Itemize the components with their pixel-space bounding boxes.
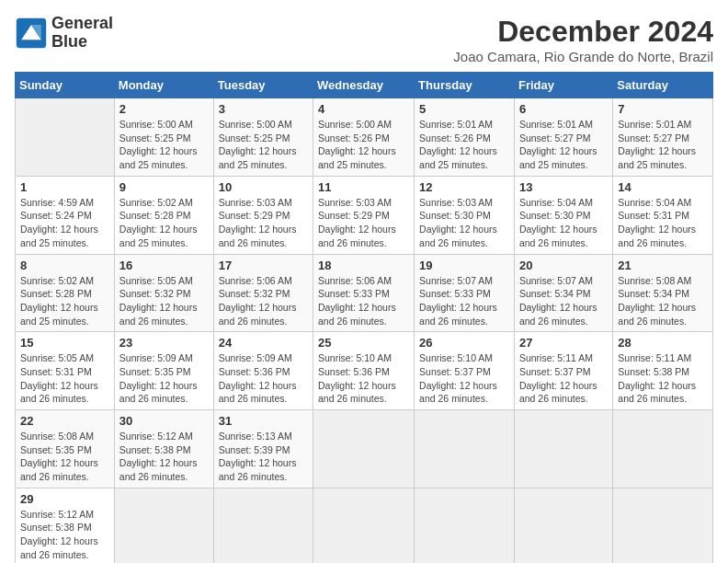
col-saturday: Saturday bbox=[613, 73, 713, 98]
day-number: 18 bbox=[318, 259, 409, 272]
day-info: Sunrise: 5:00 AM Sunset: 5:25 PM Dayligh… bbox=[119, 118, 209, 172]
calendar-header-row: Sunday Monday Tuesday Wednesday Thursday… bbox=[16, 73, 713, 98]
calendar-week-row: 29Sunrise: 5:12 AM Sunset: 5:38 PM Dayli… bbox=[16, 488, 713, 563]
calendar-cell bbox=[313, 488, 415, 563]
day-number: 10 bbox=[219, 180, 308, 194]
calendar-cell bbox=[514, 410, 612, 488]
day-info: Sunrise: 5:10 AM Sunset: 5:37 PM Dayligh… bbox=[419, 351, 509, 406]
calendar-cell: 11Sunrise: 5:03 AM Sunset: 5:29 PM Dayli… bbox=[313, 176, 415, 254]
calendar-cell: 2Sunrise: 5:00 AM Sunset: 5:25 PM Daylig… bbox=[114, 98, 213, 177]
day-number: 5 bbox=[419, 102, 509, 116]
day-number: 28 bbox=[618, 336, 708, 350]
day-number: 20 bbox=[519, 259, 608, 272]
calendar-table: Sunday Monday Tuesday Wednesday Thursday… bbox=[15, 72, 713, 563]
day-info: Sunrise: 5:07 AM Sunset: 5:33 PM Dayligh… bbox=[419, 274, 509, 328]
day-number: 24 bbox=[219, 336, 308, 350]
calendar-cell: 17Sunrise: 5:06 AM Sunset: 5:32 PM Dayli… bbox=[213, 254, 313, 332]
calendar-cell: 25Sunrise: 5:10 AM Sunset: 5:36 PM Dayli… bbox=[313, 332, 415, 410]
calendar-cell bbox=[16, 98, 115, 177]
day-info: Sunrise: 5:01 AM Sunset: 5:27 PM Dayligh… bbox=[519, 118, 608, 172]
calendar-cell: 7Sunrise: 5:01 AM Sunset: 5:27 PM Daylig… bbox=[613, 98, 713, 177]
calendar-cell: 18Sunrise: 5:06 AM Sunset: 5:33 PM Dayli… bbox=[313, 254, 415, 332]
day-info: Sunrise: 5:05 AM Sunset: 5:31 PM Dayligh… bbox=[20, 351, 109, 406]
calendar-cell: 13Sunrise: 5:04 AM Sunset: 5:30 PM Dayli… bbox=[514, 176, 612, 254]
day-info: Sunrise: 5:03 AM Sunset: 5:30 PM Dayligh… bbox=[419, 196, 509, 250]
calendar-cell: 9Sunrise: 5:02 AM Sunset: 5:28 PM Daylig… bbox=[114, 176, 213, 254]
col-friday: Friday bbox=[514, 73, 612, 98]
title-area: December 2024 Joao Camara, Rio Grande do… bbox=[453, 15, 713, 64]
calendar-cell: 1Sunrise: 4:59 AM Sunset: 5:24 PM Daylig… bbox=[16, 176, 115, 254]
day-info: Sunrise: 5:13 AM Sunset: 5:39 PM Dayligh… bbox=[219, 430, 308, 484]
calendar-week-row: 2Sunrise: 5:00 AM Sunset: 5:25 PM Daylig… bbox=[16, 98, 713, 177]
day-info: Sunrise: 5:01 AM Sunset: 5:27 PM Dayligh… bbox=[618, 118, 708, 172]
day-info: Sunrise: 5:09 AM Sunset: 5:36 PM Dayligh… bbox=[219, 351, 308, 406]
day-info: Sunrise: 5:11 AM Sunset: 5:38 PM Dayligh… bbox=[618, 351, 708, 406]
day-info: Sunrise: 5:04 AM Sunset: 5:30 PM Dayligh… bbox=[519, 196, 608, 250]
subtitle: Joao Camara, Rio Grande do Norte, Brazil bbox=[453, 49, 713, 64]
day-number: 14 bbox=[618, 180, 708, 194]
day-info: Sunrise: 5:08 AM Sunset: 5:34 PM Dayligh… bbox=[618, 274, 708, 328]
calendar-cell: 16Sunrise: 5:05 AM Sunset: 5:32 PM Dayli… bbox=[114, 254, 213, 332]
calendar-cell bbox=[213, 488, 313, 563]
day-info: Sunrise: 5:02 AM Sunset: 5:28 PM Dayligh… bbox=[20, 274, 109, 328]
day-number: 19 bbox=[419, 259, 509, 272]
day-number: 4 bbox=[318, 102, 409, 116]
calendar-cell: 5Sunrise: 5:01 AM Sunset: 5:26 PM Daylig… bbox=[415, 98, 515, 177]
day-number: 15 bbox=[20, 336, 109, 350]
day-number: 1 bbox=[20, 180, 109, 194]
calendar-cell bbox=[114, 488, 213, 563]
day-info: Sunrise: 5:01 AM Sunset: 5:26 PM Dayligh… bbox=[419, 118, 509, 172]
day-info: Sunrise: 5:12 AM Sunset: 5:38 PM Dayligh… bbox=[20, 508, 109, 562]
day-info: Sunrise: 5:04 AM Sunset: 5:31 PM Dayligh… bbox=[618, 196, 708, 250]
calendar-cell: 28Sunrise: 5:11 AM Sunset: 5:38 PM Dayli… bbox=[613, 332, 713, 410]
calendar-cell: 15Sunrise: 5:05 AM Sunset: 5:31 PM Dayli… bbox=[16, 332, 115, 410]
header: General Blue December 2024 Joao Camara, … bbox=[15, 15, 713, 64]
day-info: Sunrise: 5:02 AM Sunset: 5:28 PM Dayligh… bbox=[119, 196, 209, 250]
day-number: 25 bbox=[318, 336, 409, 350]
day-number: 29 bbox=[20, 492, 109, 506]
day-info: Sunrise: 5:06 AM Sunset: 5:33 PM Dayligh… bbox=[318, 274, 409, 328]
calendar-cell bbox=[313, 410, 415, 488]
calendar-week-row: 22Sunrise: 5:08 AM Sunset: 5:35 PM Dayli… bbox=[16, 410, 713, 488]
day-info: Sunrise: 5:03 AM Sunset: 5:29 PM Dayligh… bbox=[219, 196, 308, 250]
calendar-cell bbox=[514, 488, 612, 563]
calendar-cell: 10Sunrise: 5:03 AM Sunset: 5:29 PM Dayli… bbox=[213, 176, 313, 254]
calendar-cell bbox=[613, 410, 713, 488]
day-number: 17 bbox=[219, 259, 308, 272]
main-title: December 2024 bbox=[453, 15, 713, 49]
day-number: 13 bbox=[519, 180, 608, 194]
calendar-cell: 12Sunrise: 5:03 AM Sunset: 5:30 PM Dayli… bbox=[415, 176, 515, 254]
day-number: 21 bbox=[618, 259, 708, 272]
day-number: 27 bbox=[519, 336, 608, 350]
calendar-cell: 30Sunrise: 5:12 AM Sunset: 5:38 PM Dayli… bbox=[114, 410, 213, 488]
logo-text: General Blue bbox=[51, 15, 113, 52]
day-number: 16 bbox=[119, 259, 209, 272]
calendar-week-row: 8Sunrise: 5:02 AM Sunset: 5:28 PM Daylig… bbox=[16, 254, 713, 332]
day-number: 12 bbox=[419, 180, 509, 194]
col-thursday: Thursday bbox=[415, 73, 515, 98]
calendar-cell: 6Sunrise: 5:01 AM Sunset: 5:27 PM Daylig… bbox=[514, 98, 612, 177]
calendar-cell: 26Sunrise: 5:10 AM Sunset: 5:37 PM Dayli… bbox=[415, 332, 515, 410]
day-number: 9 bbox=[119, 180, 209, 194]
day-info: Sunrise: 5:12 AM Sunset: 5:38 PM Dayligh… bbox=[119, 430, 209, 484]
day-info: Sunrise: 5:10 AM Sunset: 5:36 PM Dayligh… bbox=[318, 351, 409, 406]
calendar-cell: 31Sunrise: 5:13 AM Sunset: 5:39 PM Dayli… bbox=[213, 410, 313, 488]
calendar-cell: 29Sunrise: 5:12 AM Sunset: 5:38 PM Dayli… bbox=[16, 488, 115, 563]
day-info: Sunrise: 5:08 AM Sunset: 5:35 PM Dayligh… bbox=[20, 430, 109, 484]
day-number: 3 bbox=[219, 102, 308, 116]
day-info: Sunrise: 4:59 AM Sunset: 5:24 PM Dayligh… bbox=[20, 196, 109, 250]
col-sunday: Sunday bbox=[16, 73, 115, 98]
logo-icon bbox=[15, 17, 48, 50]
calendar-cell: 8Sunrise: 5:02 AM Sunset: 5:28 PM Daylig… bbox=[16, 254, 115, 332]
day-number: 22 bbox=[20, 414, 109, 428]
day-info: Sunrise: 5:09 AM Sunset: 5:35 PM Dayligh… bbox=[119, 351, 209, 406]
day-number: 6 bbox=[519, 102, 608, 116]
day-info: Sunrise: 5:00 AM Sunset: 5:25 PM Dayligh… bbox=[219, 118, 308, 172]
day-info: Sunrise: 5:03 AM Sunset: 5:29 PM Dayligh… bbox=[318, 196, 409, 250]
calendar-cell: 24Sunrise: 5:09 AM Sunset: 5:36 PM Dayli… bbox=[213, 332, 313, 410]
day-info: Sunrise: 5:05 AM Sunset: 5:32 PM Dayligh… bbox=[119, 274, 209, 328]
logo: General Blue bbox=[15, 15, 113, 52]
day-info: Sunrise: 5:07 AM Sunset: 5:34 PM Dayligh… bbox=[519, 274, 608, 328]
day-number: 7 bbox=[618, 102, 708, 116]
calendar-cell: 20Sunrise: 5:07 AM Sunset: 5:34 PM Dayli… bbox=[514, 254, 612, 332]
